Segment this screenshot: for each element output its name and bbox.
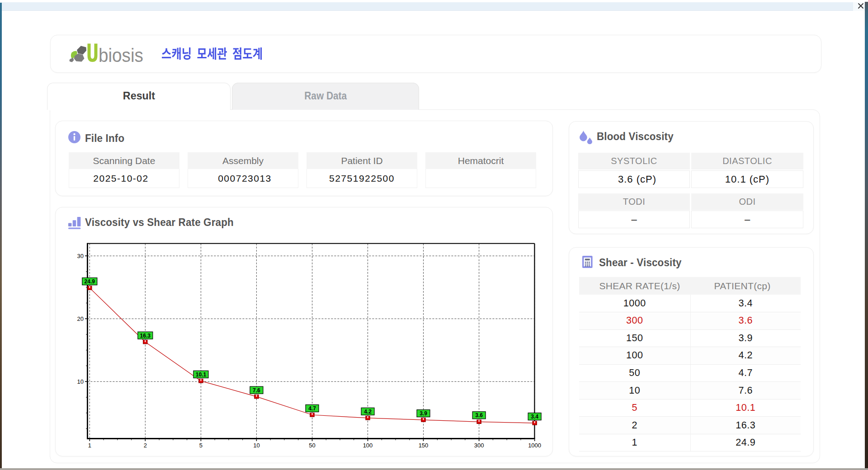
svg-text:50: 50 [309, 442, 315, 449]
svg-text:20: 20 [77, 315, 84, 322]
svg-text:2: 2 [144, 442, 147, 449]
svg-text:10: 10 [77, 378, 84, 385]
svg-text:5: 5 [199, 442, 203, 449]
svg-text:30: 30 [77, 253, 84, 259]
svg-text:150: 150 [419, 442, 429, 449]
svg-text:100: 100 [363, 442, 373, 449]
svg-text:7.6: 7.6 [253, 387, 260, 394]
svg-text:1: 1 [88, 442, 91, 449]
svg-text:1000: 1000 [528, 442, 541, 449]
svg-text:24.9: 24.9 [85, 278, 95, 285]
svg-text:3.4: 3.4 [531, 414, 538, 420]
svg-text:4.7: 4.7 [308, 405, 316, 412]
svg-text:3.6: 3.6 [475, 412, 483, 418]
svg-text:3.9: 3.9 [420, 410, 427, 417]
svg-text:biosis: biosis [99, 44, 143, 66]
svg-text:4.2: 4.2 [364, 409, 372, 415]
svg-text:16.3: 16.3 [140, 333, 151, 339]
svg-text:300: 300 [474, 442, 484, 449]
svg-text:10.1: 10.1 [196, 371, 207, 378]
svg-text:10: 10 [253, 442, 259, 449]
